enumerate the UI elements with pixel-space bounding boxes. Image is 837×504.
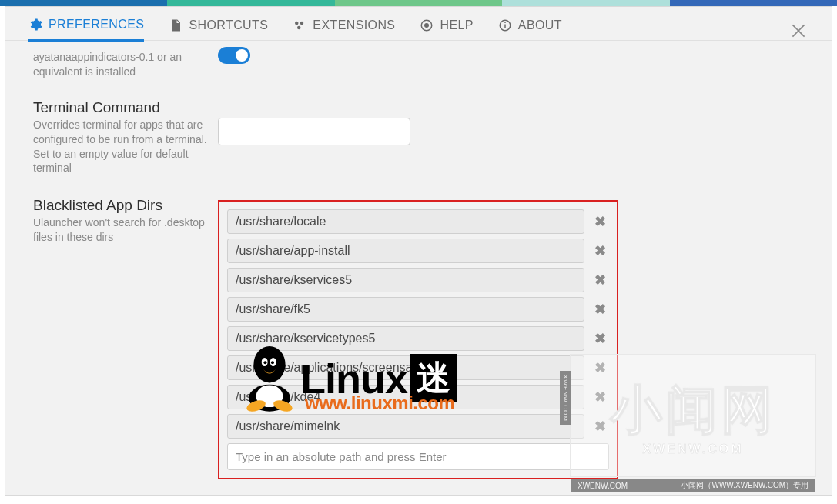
- xwen-sub-text: XWENW.COM: [643, 442, 744, 456]
- tab-about[interactable]: ABOUT: [498, 18, 562, 32]
- svg-point-4: [297, 25, 301, 29]
- svg-rect-9: [504, 22, 506, 23]
- tab-label: PREFERENCES: [49, 18, 144, 32]
- svg-point-12: [253, 346, 285, 383]
- tray-toggle[interactable]: [218, 47, 250, 64]
- svg-point-2: [295, 21, 299, 25]
- remove-icon[interactable]: ✖: [591, 301, 609, 318]
- xwen-main-text: 小闻网: [610, 375, 776, 446]
- remove-icon[interactable]: ✖: [591, 272, 609, 289]
- svg-point-16: [271, 361, 274, 364]
- remove-icon[interactable]: ✖: [591, 242, 609, 259]
- blacklist-path[interactable]: /usr/share/mimelnk: [227, 414, 584, 439]
- xwen-strip-left: XWENW.COM: [578, 482, 628, 490]
- blacklist-item: /usr/share/fk5 ✖: [227, 297, 609, 322]
- tab-preferences[interactable]: PREFERENCES: [28, 18, 144, 42]
- tray-desc: ayatanaappindicators-0.1 or an equivalen…: [33, 50, 218, 79]
- terminal-command-input[interactable]: [218, 118, 410, 145]
- tray-setting-row: ayatanaappindicators-0.1 or an equivalen…: [33, 50, 804, 79]
- xwen-strip: XWENW.COM 小闻网（WWW.XWENW.COM）专用: [571, 479, 815, 492]
- tab-label: EXTENSIONS: [313, 18, 395, 32]
- tab-label: HELP: [440, 18, 473, 32]
- tab-label: SHORTCUTS: [189, 18, 268, 32]
- blacklist-title: Blacklisted App Dirs: [33, 197, 210, 214]
- blacklist-path[interactable]: /usr/share/locale: [227, 209, 584, 234]
- gear-icon: [28, 18, 42, 32]
- svg-rect-8: [504, 24, 506, 28]
- remove-icon[interactable]: ✖: [591, 213, 609, 230]
- blacklist-item: /usr/share/locale ✖: [227, 209, 609, 234]
- document-icon: [169, 18, 182, 32]
- xwen-side-label: XWENW.COM: [560, 371, 571, 425]
- blacklist-path[interactable]: /usr/share/fk5: [227, 297, 584, 322]
- info-icon: [498, 18, 512, 32]
- svg-point-3: [300, 21, 304, 25]
- blacklist-path[interactable]: /usr/share/app-install: [227, 239, 584, 263]
- xwen-strip-right: 小闻网（WWW.XWENW.COM）专用: [681, 480, 809, 491]
- tab-shortcuts[interactable]: SHORTCUTS: [169, 18, 268, 32]
- tab-label: ABOUT: [518, 18, 562, 32]
- blacklist-item: /usr/share/kservices5 ✖: [227, 268, 609, 292]
- terminal-command-row: Terminal Command Overrides terminal for …: [33, 99, 804, 176]
- xwen-watermark: XWENW.COM 小闻网 XWENW.COM XWENW.COM 小闻网（WW…: [570, 354, 816, 477]
- linux-url: www.linuxmi.com: [305, 392, 454, 414]
- svg-point-6: [425, 23, 429, 27]
- blacklist-path[interactable]: /usr/share/kservices5: [227, 268, 584, 292]
- blacklist-add-row: [227, 443, 609, 470]
- blacklist-desc: Ulauncher won't search for .desktop file…: [33, 215, 210, 245]
- terminal-title: Terminal Command: [33, 99, 210, 116]
- svg-point-15: [263, 361, 266, 364]
- terminal-desc: Overrides terminal for apps that are con…: [33, 118, 210, 176]
- blacklist-item: /usr/share/app-install ✖: [227, 239, 609, 263]
- close-button[interactable]: [788, 21, 809, 44]
- tux-icon: [239, 340, 300, 416]
- blacklist-item: /usr/share/mimelnk ✖: [227, 414, 609, 439]
- blacklist-add-input[interactable]: [227, 443, 609, 470]
- puzzle-icon: [293, 18, 306, 32]
- tab-bar: PREFERENCES SHORTCUTS EXTENSIONS HELP AB…: [5, 7, 832, 41]
- help-icon: [420, 18, 434, 32]
- top-color-strip: [0, 0, 837, 6]
- remove-icon[interactable]: ✖: [591, 330, 609, 347]
- tab-extensions[interactable]: EXTENSIONS: [293, 18, 395, 32]
- tab-help[interactable]: HELP: [420, 18, 473, 32]
